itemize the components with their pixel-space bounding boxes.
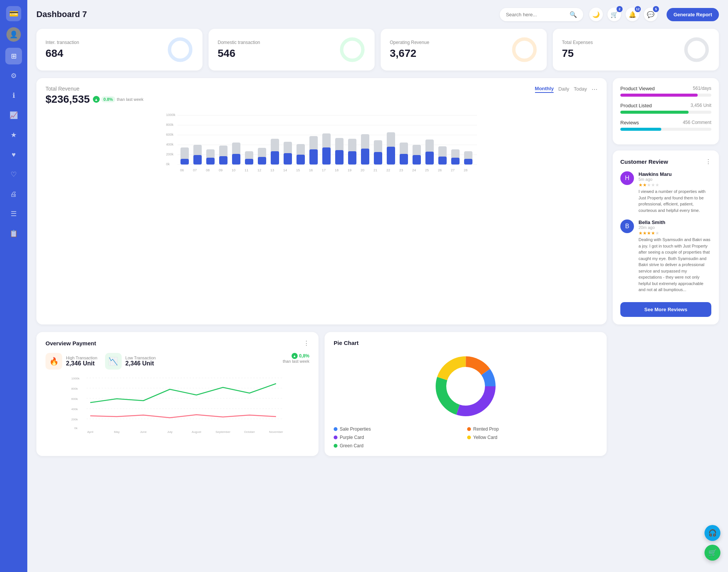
payment-stats: 🔥 High Transaction 2,346 Unit 📉 Low Tran… <box>46 353 309 370</box>
svg-text:15: 15 <box>296 168 300 172</box>
page-title: Dashboard 7 <box>36 9 500 19</box>
svg-rect-57 <box>413 155 421 165</box>
sidebar-item-info[interactable]: ℹ <box>5 87 22 104</box>
revenue-value: $236,535 <box>46 93 90 105</box>
reviewer-name-1: Bella Smith <box>639 219 711 225</box>
metric-reviews: Reviews 456 Comment <box>620 120 711 131</box>
up-percentage: 0.8% <box>101 96 115 102</box>
stat-card-domestic-transaction: Domestic transaction 546 <box>209 29 375 71</box>
legend-green-card: Green Card <box>334 443 464 448</box>
theme-toggle[interactable]: 🌙 <box>589 8 603 21</box>
bottom-grid: Overview Payment ⋮ 🔥 High Transaction 2,… <box>36 332 719 456</box>
svg-text:600k: 600k <box>71 397 78 401</box>
sidebar-item-print[interactable]: 🖨 <box>5 186 22 202</box>
svg-text:12: 12 <box>257 168 261 172</box>
right-panel: Product Viewed 561/days Product Listed 3… <box>613 78 719 324</box>
float-cart-button[interactable]: 🛒 <box>704 545 720 561</box>
sidebar-item-settings[interactable]: ⚙ <box>5 67 22 84</box>
generate-report-button[interactable]: Generate Report <box>667 8 719 21</box>
svg-text:23: 23 <box>399 168 403 172</box>
svg-text:24: 24 <box>412 168 416 172</box>
sidebar-item-list[interactable]: 📋 <box>5 225 22 242</box>
svg-rect-63 <box>451 158 460 165</box>
svg-rect-35 <box>271 151 279 165</box>
svg-rect-39 <box>297 155 305 165</box>
search-input[interactable] <box>506 12 566 17</box>
legend-rented-prop: Rented Prop <box>467 426 598 432</box>
svg-rect-65 <box>464 159 472 165</box>
svg-rect-27 <box>219 156 228 165</box>
svg-rect-43 <box>322 147 331 165</box>
sidebar-item-analytics[interactable]: 📈 <box>5 107 22 124</box>
chat-badge: 5 <box>653 6 659 12</box>
float-buttons: 🎧 🛒 <box>704 525 720 561</box>
svg-point-2 <box>342 39 363 60</box>
stat-label-revenue: Operating Revenue <box>390 40 429 45</box>
more-options-icon[interactable]: ⋯ <box>592 86 598 93</box>
review-more-icon[interactable]: ⋮ <box>705 158 711 165</box>
review-header: Customer Review ⋮ <box>620 158 711 165</box>
svg-rect-49 <box>361 149 369 165</box>
chat-button[interactable]: 💬 5 <box>644 8 657 21</box>
svg-point-6 <box>686 39 707 60</box>
svg-text:800k: 800k <box>166 123 174 127</box>
svg-text:400k: 400k <box>166 143 174 146</box>
bell-icon: 🔔 <box>629 11 636 18</box>
payment-up-icon: ▲ <box>292 353 298 359</box>
stat-card-total-expenses: Total Expenses 75 <box>553 29 719 71</box>
payment-change-label: than last week <box>283 359 309 364</box>
tab-today[interactable]: Today <box>574 86 587 92</box>
pie-legend: Sale Properties Rented Prop Purple Card … <box>334 426 598 448</box>
svg-text:27: 27 <box>451 168 455 172</box>
legend-label-green: Green Card <box>340 443 364 448</box>
stat-cards: Inter. transaction 684 Domestic transact… <box>36 29 719 71</box>
sidebar-item-wishlist[interactable]: ♡ <box>5 166 22 183</box>
tab-monthly[interactable]: Monthly <box>535 86 554 93</box>
headset-icon: 🎧 <box>708 529 717 537</box>
svg-text:October: October <box>244 430 255 434</box>
svg-text:200k: 200k <box>166 152 174 156</box>
payment-more-icon[interactable]: ⋮ <box>303 340 309 347</box>
stat-label-inter: Inter. transaction <box>46 40 79 45</box>
metric-bar-reviews <box>620 128 711 131</box>
bell-button[interactable]: 🔔 12 <box>626 8 639 21</box>
sidebar-item-favorites[interactable]: ★ <box>5 127 22 143</box>
stat-card-inter-transaction: Inter. transaction 684 <box>36 29 202 71</box>
user-avatar[interactable]: 👤 <box>6 27 21 42</box>
svg-text:200k: 200k <box>71 418 78 421</box>
legend-label-rented: Rented Prop <box>473 426 499 432</box>
svg-point-4 <box>514 39 535 60</box>
low-transaction-stat: 📉 Low Transaction 2,346 Unit <box>105 353 156 370</box>
svg-text:600k: 600k <box>166 133 174 136</box>
svg-text:08: 08 <box>206 168 210 172</box>
review-item-0: H Hawkins Maru 5m ago ★★★★★ I viewed a n… <box>620 171 711 213</box>
svg-text:18: 18 <box>335 168 339 172</box>
see-more-reviews-button[interactable]: See More Reviews <box>620 302 711 317</box>
svg-text:14: 14 <box>283 168 287 172</box>
sidebar-item-menu[interactable]: ☰ <box>5 205 22 222</box>
metric-val-listed: 3,456 Unit <box>690 103 711 108</box>
svg-text:June: June <box>140 430 147 434</box>
star-icon: ★ <box>11 131 17 139</box>
svg-rect-53 <box>387 147 395 165</box>
revenue-title: Total Revenue <box>46 86 143 92</box>
main-content: Dashboard 7 🔍 🌙 🛒 2 🔔 12 💬 5 Generate Re… <box>27 0 728 572</box>
payment-change-pct: 0,8% <box>299 353 309 359</box>
sidebar-item-dashboard[interactable]: ⊞ <box>5 48 22 64</box>
stat-label-expenses: Total Expenses <box>562 40 593 45</box>
metric-bar-viewed <box>620 94 711 97</box>
legend-dot-rented <box>467 427 471 431</box>
float-support-button[interactable]: 🎧 <box>704 525 720 541</box>
svg-text:19: 19 <box>348 168 351 172</box>
chat-icon: 💬 <box>647 11 654 18</box>
up-arrow-icon: ▲ <box>93 96 100 103</box>
reviewer-avatar-0: H <box>620 171 634 185</box>
metric-name-reviews: Reviews <box>620 120 639 125</box>
sidebar-item-likes[interactable]: ♥ <box>5 146 22 163</box>
sidebar-logo: 💳 <box>6 6 21 21</box>
legend-dot-yellow <box>467 436 471 439</box>
svg-text:09: 09 <box>219 168 223 172</box>
tab-daily[interactable]: Daily <box>558 86 569 92</box>
cart-button[interactable]: 🛒 2 <box>607 8 621 21</box>
reviewer-text-0: I viewed a number of properties with Jus… <box>639 188 711 213</box>
